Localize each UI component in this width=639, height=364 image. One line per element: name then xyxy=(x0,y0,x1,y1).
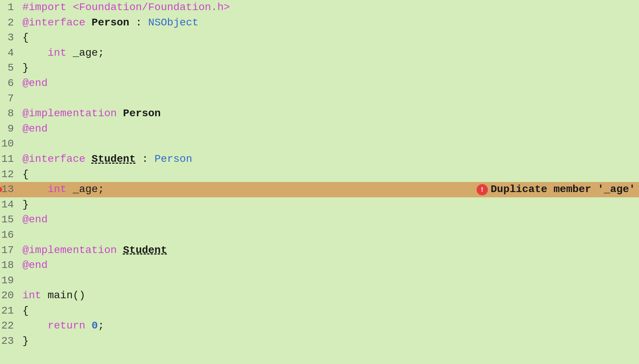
code-line: 3{ xyxy=(0,30,639,46)
token: _age; xyxy=(67,183,104,195)
line-content: int main() xyxy=(21,288,639,303)
code-line: 8@implementation Person xyxy=(0,106,639,121)
line-number: 8 xyxy=(0,106,21,121)
line-number: 2 xyxy=(0,15,21,31)
token: Student xyxy=(92,153,136,165)
line-content: @end xyxy=(21,212,639,228)
token: 0 xyxy=(92,320,98,331)
line-content: @implementation Student xyxy=(21,243,639,258)
token: @implementation xyxy=(22,244,123,256)
code-line: 12{ xyxy=(0,167,639,182)
token: : xyxy=(129,17,148,28)
code-line: 6@end xyxy=(0,76,639,91)
token: @implementation xyxy=(22,108,123,119)
line-content: int _age; xyxy=(21,46,639,61)
line-content: return 0; xyxy=(21,318,639,334)
line-number: 14 xyxy=(0,197,21,213)
line-content: { xyxy=(21,30,639,46)
line-number: 18 xyxy=(0,258,21,273)
line-number: 21 xyxy=(0,303,21,319)
token: @end xyxy=(22,123,48,135)
code-editor: 1#import <Foundation/Foundation.h>2@inte… xyxy=(0,0,639,364)
line-number: 13 xyxy=(0,182,21,197)
line-content: } xyxy=(21,61,639,76)
line-content: @end xyxy=(21,76,639,91)
token: NSObject xyxy=(148,17,198,28)
token: ; xyxy=(98,320,104,331)
token: int xyxy=(48,183,66,195)
line-number: 23 xyxy=(0,334,21,349)
line-content: #import <Foundation/Foundation.h> xyxy=(21,0,639,15)
code-line: 15@end xyxy=(0,212,639,228)
line-content: @implementation Person xyxy=(21,106,639,121)
token: { xyxy=(22,305,29,317)
token: Person xyxy=(155,153,192,165)
line-content: @interface Student : Person xyxy=(21,152,639,167)
line-number: 22 xyxy=(0,318,21,334)
token: @interface xyxy=(22,17,92,28)
token: main() xyxy=(41,290,85,301)
code-line: 22 return 0; xyxy=(0,318,639,334)
token: { xyxy=(22,169,29,180)
token: } xyxy=(22,335,29,347)
code-line: 14} xyxy=(0,197,639,213)
code-line: 5} xyxy=(0,61,639,76)
code-line: 16 xyxy=(0,228,639,243)
line-content: @interface Person : NSObject xyxy=(21,15,639,31)
error-text: Duplicate member '_age' xyxy=(491,182,635,197)
token: return xyxy=(48,320,85,331)
line-content: } xyxy=(21,197,639,213)
code-line: 23} xyxy=(0,334,639,349)
code-line: 13 int _age;!Duplicate member '_age' xyxy=(0,182,639,197)
token: <Foundation/Foundation.h> xyxy=(73,1,230,13)
code-line: 2@interface Person : NSObject xyxy=(0,15,639,31)
line-number: 1 xyxy=(0,0,21,15)
token: } xyxy=(22,62,29,74)
token: Student xyxy=(123,244,167,256)
line-content: { xyxy=(21,303,639,319)
token xyxy=(85,320,92,331)
line-number: 3 xyxy=(0,30,21,46)
code-line: 1#import <Foundation/Foundation.h> xyxy=(0,0,639,15)
token: #import xyxy=(22,1,73,13)
token: @interface xyxy=(22,153,92,165)
error-message: !Duplicate member '_age' xyxy=(477,182,635,197)
line-number: 20 xyxy=(0,288,21,303)
line-content: @end xyxy=(21,258,639,273)
line-content: } xyxy=(21,334,639,349)
line-number: 4 xyxy=(0,46,21,61)
error-icon: ! xyxy=(477,184,488,195)
line-number: 7 xyxy=(0,91,21,107)
token: { xyxy=(22,32,29,43)
code-line: 21{ xyxy=(0,303,639,319)
code-line: 19 xyxy=(0,273,639,289)
token: @end xyxy=(22,214,48,225)
code-line: 9@end xyxy=(0,121,639,137)
line-content: @end xyxy=(21,121,639,137)
token: Person xyxy=(92,17,129,28)
token: _age; xyxy=(67,47,104,59)
code-line: 11@interface Student : Person xyxy=(0,152,639,167)
code-line: 10 xyxy=(0,136,639,152)
line-number: 12 xyxy=(0,167,21,182)
line-number: 9 xyxy=(0,121,21,137)
line-number: 15 xyxy=(0,212,21,228)
token: @end xyxy=(22,77,48,89)
code-line: 4 int _age; xyxy=(0,46,639,61)
token: int xyxy=(22,290,41,301)
line-number: 6 xyxy=(0,76,21,91)
code-line: 18@end xyxy=(0,258,639,273)
token: Person xyxy=(123,108,161,119)
code-line: 7 xyxy=(0,91,639,107)
code-line: 20int main() xyxy=(0,288,639,303)
line-number: 5 xyxy=(0,61,21,76)
token: } xyxy=(22,199,29,210)
line-number: 19 xyxy=(0,273,21,289)
line-number: 17 xyxy=(0,243,21,258)
line-number: 16 xyxy=(0,228,21,243)
line-number: 10 xyxy=(0,136,21,152)
token: int xyxy=(48,47,66,59)
line-number: 11 xyxy=(0,152,21,167)
line-content: { xyxy=(21,167,639,182)
token: : xyxy=(135,153,154,165)
